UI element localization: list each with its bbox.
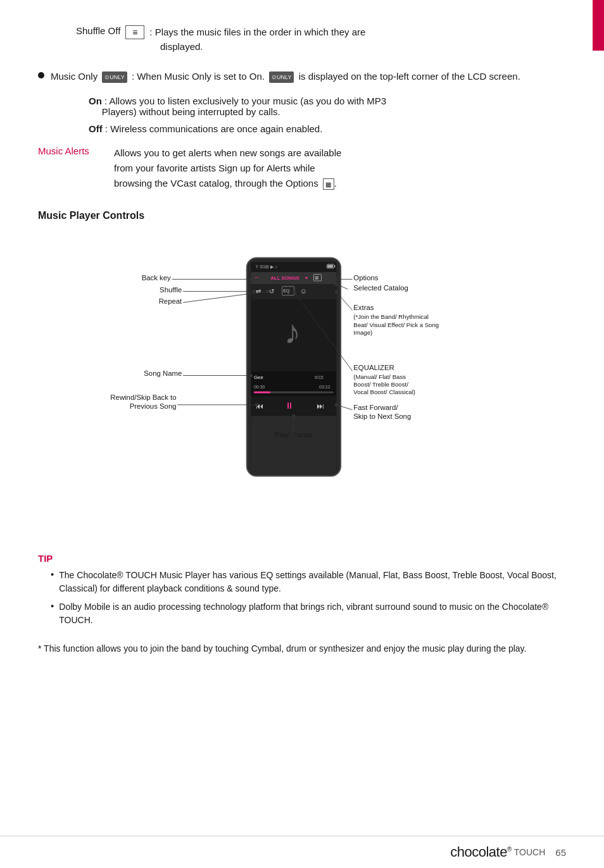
svg-point-58	[335, 283, 338, 286]
on-section: On : Allows you to listen exclusively to…	[89, 96, 566, 117]
svg-text:▾: ▾	[305, 275, 308, 281]
svg-text:♪: ♪	[284, 314, 301, 350]
page-number: 65	[555, 847, 566, 858]
svg-point-71	[293, 290, 296, 294]
svg-text:ALL SONGS: ALL SONGS	[270, 275, 299, 281]
on-off-section: On : Allows you to listen exclusively to…	[38, 96, 566, 134]
music-only-text-middle: : When Music Only is set to On.	[132, 71, 267, 82]
svg-text:Beat/ Visual Effect/ Pick a So: Beat/ Visual Effect/ Pick a Song	[353, 321, 439, 328]
svg-text:←: ←	[254, 274, 260, 281]
svg-text:Vocal Boost/ Classical): Vocal Boost/ Classical)	[353, 388, 415, 395]
svg-text:Extras: Extras	[353, 304, 374, 311]
svg-text:☺: ☺	[300, 287, 308, 295]
svg-rect-5	[327, 265, 333, 268]
svg-text:03:22: 03:22	[319, 385, 330, 389]
svg-text:Repeat: Repeat	[159, 297, 182, 305]
svg-point-75	[335, 403, 338, 406]
footer-note: * This function allows you to join the b…	[38, 642, 566, 655]
music-only-label: Music Only	[51, 71, 100, 82]
svg-rect-28	[254, 392, 270, 394]
svg-text:Image): Image)	[353, 329, 372, 336]
tip-bullet-dot-1: •	[51, 569, 54, 580]
off-label: Off	[89, 123, 103, 134]
svg-point-64	[335, 290, 338, 294]
tip-bullet-text-1: The Chocolate® TOUCH Music Player has va…	[59, 569, 566, 595]
svg-text:Previous Song: Previous Song	[130, 402, 177, 410]
svg-text:00:30: 00:30	[254, 385, 265, 389]
off-text: : Wireless communications are once again…	[105, 123, 323, 134]
off-section: Off : Wireless communications are once a…	[89, 123, 566, 134]
svg-text:⏸: ⏸	[285, 400, 294, 411]
svg-text:Shuffle: Shuffle	[160, 286, 182, 294]
svg-text:Fast Forward/: Fast Forward/	[353, 404, 398, 411]
music-only-section: Music Only ⊙UNLY : When Music Only is se…	[38, 69, 566, 84]
shuffle-off-description: : Plays the music files in the order in …	[149, 25, 365, 54]
tip-label: TIP	[38, 553, 566, 564]
svg-text:Y 3G⊞  ▶ ♪: Y 3G⊞ ▶ ♪	[256, 264, 277, 269]
brand-name: chocolate®	[450, 844, 512, 860]
page-tab	[593, 0, 604, 51]
svg-text:EQUALIZER: EQUALIZER	[353, 364, 394, 371]
tip-bullet-1: • The Chocolate® TOUCH Music Player has …	[38, 569, 566, 595]
svg-text:⇄: ⇄	[256, 288, 261, 295]
music-only-text-after: is displayed on the top-left corner of t…	[299, 71, 520, 82]
svg-point-49	[255, 403, 258, 406]
music-only-icon2: ⊙UNLY	[269, 71, 294, 83]
svg-text:Rewind/Skip Back to: Rewind/Skip Back to	[110, 394, 176, 401]
svg-point-36	[249, 278, 253, 281]
svg-text:↺: ↺	[269, 288, 274, 295]
music-player-controls-heading: Music Player Controls	[38, 210, 566, 221]
tip-bullet-2: • Dolby Mobile is an audio processing te…	[38, 600, 566, 627]
shuffle-icon: ≡	[125, 25, 144, 39]
options-icon-small: ▦	[323, 178, 334, 190]
diagram-section: Y 3G⊞ ▶ ♪ ← ALL SONGS ▾ ▦ ⇄ ↺ EQ	[38, 237, 566, 528]
music-only-icon1: ⊙UNLY	[102, 71, 127, 83]
svg-text:(*Join the Band/ Rhythmical: (*Join the Band/ Rhythmical	[353, 313, 429, 320]
shuffle-off-label: Shuffle Off	[76, 25, 120, 36]
svg-text:Song Name: Song Name	[144, 369, 182, 377]
svg-text:EQ: EQ	[283, 288, 290, 294]
svg-text:⏭: ⏭	[317, 402, 324, 411]
svg-text:Selected Catalog: Selected Catalog	[353, 284, 408, 292]
svg-text:Gee: Gee	[254, 375, 263, 380]
music-alerts-content: Allows you to get alerts when new songs …	[114, 146, 341, 191]
svg-text:Options: Options	[353, 274, 378, 282]
svg-point-39	[252, 290, 255, 293]
music-alerts-label: Music Alerts	[38, 146, 114, 156]
svg-text:9/15: 9/15	[315, 375, 324, 380]
svg-text:Back key: Back key	[142, 274, 171, 282]
tip-bullet-dot-2: •	[51, 600, 54, 611]
bullet-dot	[38, 72, 44, 78]
svg-rect-6	[334, 266, 336, 268]
svg-text:▦: ▦	[315, 275, 319, 280]
svg-point-52	[292, 414, 295, 418]
svg-point-55	[335, 278, 338, 281]
tip-bullet-text-2: Dolby Mobile is an audio processing tech…	[59, 600, 566, 627]
brand-sub: TOUCH	[514, 847, 546, 857]
svg-point-42	[266, 290, 269, 293]
on-text: : Allows you to listen exclusively to yo…	[89, 96, 386, 117]
svg-text:Boost/ Treble Boost/: Boost/ Treble Boost/	[353, 381, 408, 388]
tip-section: TIP • The Chocolate® TOUCH Music Player …	[38, 553, 566, 627]
bottom-bar: chocolate® TOUCH 65	[0, 836, 604, 868]
music-only-content: Music Only ⊙UNLY : When Music Only is se…	[51, 69, 520, 84]
svg-text:(Manual/ Flat/ Bass: (Manual/ Flat/ Bass	[353, 373, 406, 380]
shuffle-off-section: Shuffle Off ≡ : Plays the music files in…	[38, 25, 566, 54]
svg-text:Skip to Next Song: Skip to Next Song	[353, 412, 411, 420]
diagram-svg: Y 3G⊞ ▶ ♪ ← ALL SONGS ▾ ▦ ⇄ ↺ EQ	[38, 237, 566, 528]
svg-point-45	[249, 374, 253, 377]
on-label: On	[89, 96, 102, 106]
music-alerts-section: Music Alerts Allows you to get alerts wh…	[38, 146, 566, 191]
brand-reg: ®	[507, 846, 512, 853]
svg-rect-21	[251, 371, 337, 382]
